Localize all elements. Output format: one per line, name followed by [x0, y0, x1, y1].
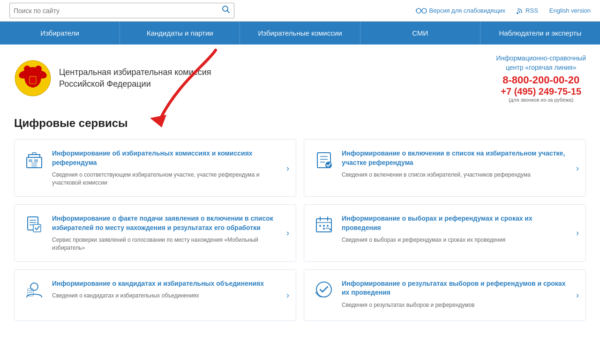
- service-card-commission-info[interactable]: Информирование об избирательных комиссия…: [14, 139, 296, 197]
- inclusion-info-desc: Сведения о включении в список избирателе…: [342, 171, 567, 179]
- service-grid: Информирование об избирательных комиссия…: [14, 139, 586, 321]
- nav-item-commissions[interactable]: Избирательные комиссии: [240, 22, 360, 45]
- svg-rect-22: [34, 159, 38, 162]
- svg-point-41: [327, 225, 329, 227]
- svg-point-12: [35, 66, 42, 72]
- service-card-candidates-info[interactable]: Информирование о кандидатах и избиратель…: [14, 269, 296, 321]
- results-info-desc: Сведения о результатах выборов и референ…: [342, 301, 567, 309]
- hotline-section: Информационно-справочный центр «горячая …: [496, 54, 586, 103]
- rss-label: RSS: [525, 7, 538, 14]
- svg-point-43: [30, 283, 38, 290]
- service-card-inclusion-info[interactable]: Информирование о включении в список на и…: [304, 139, 586, 197]
- svg-rect-16: [30, 77, 35, 83]
- english-link[interactable]: English version: [549, 7, 591, 14]
- list-icon: [314, 149, 334, 170]
- elections-info-arrow: ›: [576, 228, 579, 238]
- service-card-results-info[interactable]: Информирование о результатах выборов и р…: [304, 269, 586, 321]
- svg-point-11: [24, 66, 30, 72]
- commission-info-arrow: ›: [286, 163, 289, 173]
- candidates-info-arrow: ›: [286, 290, 289, 300]
- candidates-info-title: Информирование о кандидатах и избиратель…: [52, 279, 277, 289]
- application-info-content: Информирование о факте подачи заявления …: [52, 214, 277, 252]
- application-info-desc: Сервис проверки заявлений о голосовании …: [52, 236, 277, 252]
- svg-point-42: [323, 228, 325, 230]
- svg-rect-21: [29, 159, 32, 162]
- hotline-number1: 8-800-200-00-20: [496, 74, 586, 86]
- calendar-icon: [314, 214, 334, 235]
- svg-point-6: [517, 12, 518, 14]
- svg-point-2: [416, 8, 421, 13]
- commission-info-title: Информирование об избирательных комиссия…: [52, 149, 277, 167]
- svg-point-40: [323, 225, 325, 227]
- service-card-elections-info[interactable]: Информирование о выборах и референдумах …: [304, 204, 586, 262]
- svg-point-47: [316, 282, 331, 297]
- svg-point-39: [319, 225, 321, 227]
- svg-point-3: [422, 8, 427, 13]
- svg-rect-34: [33, 224, 41, 232]
- elections-info-desc: Сведения о выборах и референдумах и срок…: [342, 236, 567, 244]
- nav-item-media[interactable]: СМИ: [360, 22, 480, 45]
- person-icon: [24, 279, 45, 300]
- service-card-application-info[interactable]: Информирование о факте подачи заявления …: [14, 204, 296, 262]
- document-icon: [24, 214, 45, 235]
- commission-icon: [24, 149, 45, 170]
- elections-info-content: Информирование о выборах и референдумах …: [342, 214, 567, 244]
- commission-info-desc: Сведения о соответствующем избирательном…: [52, 171, 277, 187]
- commission-info-content: Информирование об избирательных комиссия…: [52, 149, 277, 187]
- logo-section: Центральная избирательная комиссия Росси…: [14, 59, 211, 97]
- main-content: Цифровые сервисы: [0, 107, 600, 340]
- svg-line-1: [227, 11, 230, 13]
- inclusion-info-content: Информирование о включении в список на и…: [342, 149, 567, 179]
- elections-info-title: Информирование о выборах и референдумах …: [342, 214, 567, 232]
- org-name: Центральная избирательная комиссия Росси…: [59, 67, 211, 90]
- top-right-links: Версия для слабовидящих RSS English vers…: [416, 7, 591, 14]
- results-info-arrow: ›: [576, 290, 579, 300]
- results-icon: [314, 279, 334, 300]
- inclusion-info-title: Информирование о включении в список на и…: [342, 149, 567, 167]
- services-section: Информирование об избирательных комиссия…: [14, 139, 586, 321]
- vision-label: Версия для слабовидящих: [429, 7, 506, 14]
- main-nav: Избиратели Кандидаты и партии Избиратель…: [0, 22, 600, 45]
- results-info-title: Информирование о результатах выборов и р…: [342, 279, 567, 297]
- hotline-note: (для звонков из-за рубежа): [496, 97, 586, 103]
- results-info-content: Информирование о результатах выборов и р…: [342, 279, 567, 309]
- top-bar: Версия для слабовидящих RSS English vers…: [0, 0, 600, 22]
- application-info-arrow: ›: [286, 228, 289, 238]
- application-info-title: Информирование о факте подачи заявления …: [52, 214, 277, 232]
- english-label: English version: [549, 7, 591, 14]
- org-emblem: [14, 59, 52, 97]
- vision-link[interactable]: Версия для слабовидящих: [416, 7, 506, 14]
- nav-item-voters[interactable]: Избиратели: [0, 22, 120, 45]
- search-container: [9, 3, 234, 18]
- candidates-info-content: Информирование о кандидатах и избиратель…: [52, 279, 277, 300]
- svg-rect-24: [32, 153, 36, 155]
- nav-item-candidates[interactable]: Кандидаты и партии: [120, 22, 240, 45]
- nav-item-observers[interactable]: Наблюдатели и эксперты: [480, 22, 600, 45]
- inclusion-info-arrow: ›: [576, 163, 579, 173]
- section-title: Цифровые сервисы: [14, 117, 586, 130]
- svg-rect-23: [31, 162, 37, 168]
- search-input[interactable]: [14, 7, 222, 15]
- hotline-title: Информационно-справочный центр «горячая …: [496, 54, 586, 72]
- search-button[interactable]: [222, 5, 230, 16]
- rss-link[interactable]: RSS: [517, 7, 538, 14]
- header-area: Центральная избирательная комиссия Росси…: [0, 45, 600, 107]
- candidates-info-desc: Сведения о кандидатах и избирательных об…: [52, 292, 277, 300]
- hotline-number2: +7 (495) 249-75-15: [496, 86, 586, 97]
